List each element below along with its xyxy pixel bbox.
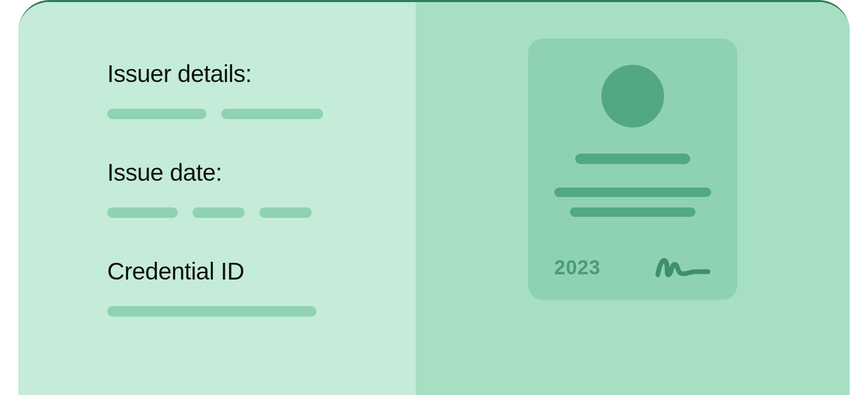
issuer-details-field: Issuer details:: [107, 60, 416, 119]
certificate-preview-panel: 2023: [416, 2, 850, 395]
placeholder-bar: [221, 109, 323, 119]
issuer-details-placeholder: [107, 109, 416, 119]
certificate-text-line: [554, 188, 711, 197]
certificate-year: 2023: [554, 257, 601, 279]
placeholder-bar: [107, 306, 316, 317]
credential-details-panel: Issuer details: Issue date: Credential I…: [18, 2, 416, 395]
certificate-text-line: [570, 207, 695, 217]
certificate-card: 2023: [528, 39, 737, 300]
issue-date-field: Issue date:: [107, 158, 416, 218]
placeholder-bar: [259, 207, 312, 218]
certificate-title-line: [575, 154, 690, 164]
signature-icon: [654, 253, 711, 279]
certificate-seal-icon: [601, 65, 664, 127]
placeholder-bar: [107, 207, 178, 218]
issue-date-label: Issue date:: [107, 158, 416, 187]
placeholder-bar: [192, 207, 245, 218]
placeholder-bar: [107, 109, 207, 119]
certificate-footer: 2023: [549, 253, 716, 279]
issuer-details-label: Issuer details:: [107, 60, 416, 88]
credential-id-placeholder: [107, 306, 416, 317]
credential-id-field: Credential ID: [107, 257, 416, 317]
credential-card: Issuer details: Issue date: Credential I…: [18, 0, 850, 395]
credential-id-label: Credential ID: [107, 257, 416, 285]
issue-date-placeholder: [107, 207, 416, 218]
